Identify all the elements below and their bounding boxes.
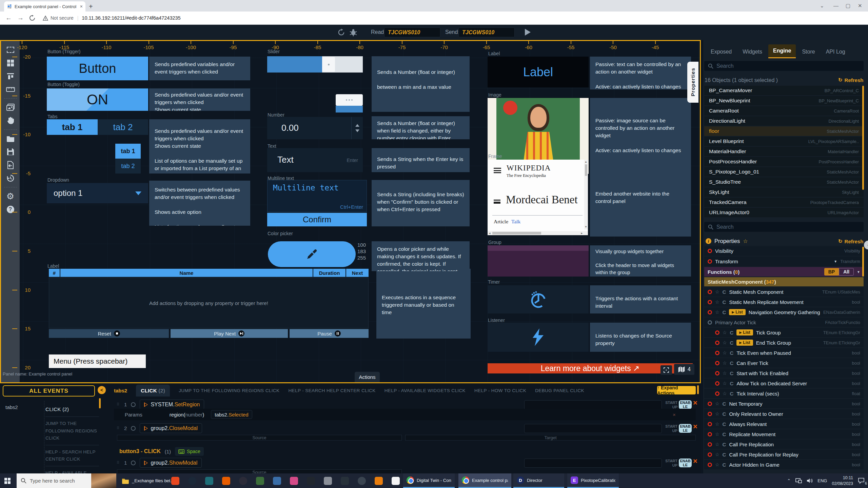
function-row[interactable]: ☆CAlways Relevantbool [704,419,864,429]
button-toggle-widget[interactable]: ON [47,88,148,111]
star-icon[interactable]: ☆ [723,330,727,335]
function-row[interactable]: ☆CNet Temporarybool [704,399,864,408]
window-close-button[interactable]: ✕ [858,3,862,9]
star-icon[interactable]: ☆ [723,340,727,345]
taskbar-icon-camera[interactable] [290,477,298,485]
delete-action-icon[interactable]: × [693,422,697,431]
sync-icon[interactable] [337,28,345,36]
all-events-button[interactable]: ALL EVENTS [3,385,95,396]
event-sidebar-item[interactable]: HELP - AVAILABLE WIDGETS CLICK [45,466,99,473]
listener-widget[interactable] [488,323,589,352]
tab-1[interactable]: tab 1 [47,119,98,135]
multiline-widget[interactable]: Multiline text Ctrl+Enter [267,180,367,212]
scroll-down-icon[interactable]: ▼ [585,225,587,228]
sidebar-tab-widgets[interactable]: Widgets [738,45,767,58]
window-maximize-button[interactable]: ▢ [846,3,850,9]
fit-view-button[interactable] [660,365,672,375]
column-header[interactable]: Name [60,269,313,277]
taskbar-window-chrome[interactable]: Example control pa... [458,473,511,488]
window-minimize-button[interactable]: — [833,3,839,8]
sidebar-tab-api-log[interactable]: API Log [821,45,850,58]
event-tab[interactable]: JUMP TO THE FOLLOWING REGIONS CLICK [179,388,279,393]
menu-spacebar-hint[interactable]: Menu (Press spacebar) [49,354,146,368]
enable-badge[interactable]: ENABLE [679,459,692,467]
taskbar-icon-tree[interactable] [256,477,264,485]
widgets-grid-tool[interactable] [4,58,17,68]
group-header[interactable] [488,245,589,251]
delete-action-icon[interactable]: × [693,457,697,466]
star-icon[interactable]: ☆ [723,360,727,366]
param-value-box[interactable]: tabs2.Selected [211,410,252,419]
reload-icon[interactable] [29,15,35,21]
import-export-tool[interactable] [4,160,17,170]
timer-widget[interactable] [488,285,589,313]
action-value-slot[interactable] [524,424,662,433]
object-row[interactable]: DirectionalLightDirectionalLight [704,116,864,126]
expand-actions-button[interactable]: ↑ Expand Actions [657,386,696,394]
taskbar-icon-blender[interactable] [375,477,383,485]
save-tool[interactable] [4,146,17,157]
hotkey-badge[interactable]: Space [175,447,204,456]
tab-2[interactable]: tab 2 [98,119,148,135]
notification-center-icon[interactable]: 6 [858,477,866,485]
minimap-button[interactable]: 4 [674,364,694,375]
event-tab-source[interactable]: tabs2 [114,388,127,393]
object-row[interactable]: PostProcessHandlerPostProcessHandler [704,157,864,166]
taskbar-icon-ndi[interactable] [307,477,315,485]
event-sidebar-item[interactable]: HELP - SEARCH HELP CENTER CLICK [45,445,99,466]
sidebar-tab-engine[interactable]: Engine [768,44,796,58]
taskbar-icon-db[interactable] [324,477,332,485]
event-sidebar-item[interactable]: CLICK (2) [45,402,99,417]
align-tool[interactable] [4,71,17,82]
properties-side-tab[interactable]: Properties [687,62,698,103]
scroll-right-icon[interactable]: ► [580,232,583,235]
param-arg[interactable]: region(number) [170,412,204,418]
delete-action-icon[interactable]: × [693,399,697,407]
taskbar-clock[interactable]: 10:11 02/08/2023 [832,475,853,487]
enable-badge[interactable]: ENABLE [679,400,692,409]
history-tool[interactable] [4,173,17,184]
function-row[interactable]: ☆CTick Interval (secs)float [704,389,864,398]
taskbar-icon-slack[interactable] [392,477,400,485]
function-row[interactable]: ☆CReplicate Movementbool [704,429,864,439]
cast-monitor-icon[interactable] [795,478,802,483]
favorite-star-icon[interactable]: ☆ [743,238,748,244]
taskbar-icon-media[interactable] [205,477,213,485]
object-row[interactable]: S_StudioTreeStaticMeshActor [704,177,864,187]
event-title[interactable]: button3 - CLICK [119,448,161,454]
object-row[interactable]: BP_NewBlueprintBP_NewBlueprint_C [704,96,864,105]
reset-button[interactable]: Reset [49,329,169,338]
hamburger-icon[interactable] [494,168,501,173]
target-drop-bar[interactable]: Target [405,435,696,441]
not-secure-chip[interactable]: Not secure | [43,15,80,21]
frame-widget[interactable]: WIKIPEDIA The Free Encyclopedia Mordecai… [488,160,588,235]
action-radio[interactable] [131,402,136,407]
events-scrollbar[interactable] [697,385,699,394]
image-tool[interactable] [4,102,17,113]
list-badge[interactable]: ▶List [736,340,753,346]
object-list-scrollbar[interactable] [862,86,864,190]
all-filter-badge[interactable]: All [839,268,854,276]
taskbar-search-input[interactable]: Type here to search [17,473,116,488]
object-row[interactable]: Level BlueprintLVL_PixotopeARSample.. [704,137,864,146]
pan-hand-tool[interactable] [4,115,17,126]
browser-tab[interactable]: Example control panel - Control P × [4,1,85,12]
slider-handle[interactable] [322,57,335,72]
action-radio[interactable] [131,461,136,465]
event-tab[interactable]: HELP - SEARCH HELP CENTER CLICK [288,388,375,393]
object-row[interactable]: MaterialHandlerMaterialHandler [704,147,864,156]
send-engine-input[interactable]: TJCGWS010 [458,27,515,37]
speaker-icon[interactable] [807,478,813,483]
pause-button[interactable]: Pause [290,329,369,338]
column-header[interactable]: Next [346,269,369,277]
source-drop-bar[interactable]: Source [117,469,402,473]
function-row[interactable]: ☆C▶ListEnd Tick GroupTEnum ETickingGr [704,338,864,347]
event-tab[interactable]: HELP - HOW TO CLICK [474,388,526,393]
column-header[interactable]: Duration [313,269,346,277]
function-row[interactable]: ☆CCan Ever Tickbool [704,358,864,368]
ruler-tool[interactable] [4,84,17,95]
function-row[interactable]: ☆C▶ListTick GroupTEnum ETickingGr [704,328,864,337]
properties-scrollbar[interactable] [862,247,864,277]
star-icon[interactable]: ☆ [723,381,727,386]
contents-list-icon[interactable] [494,200,500,204]
